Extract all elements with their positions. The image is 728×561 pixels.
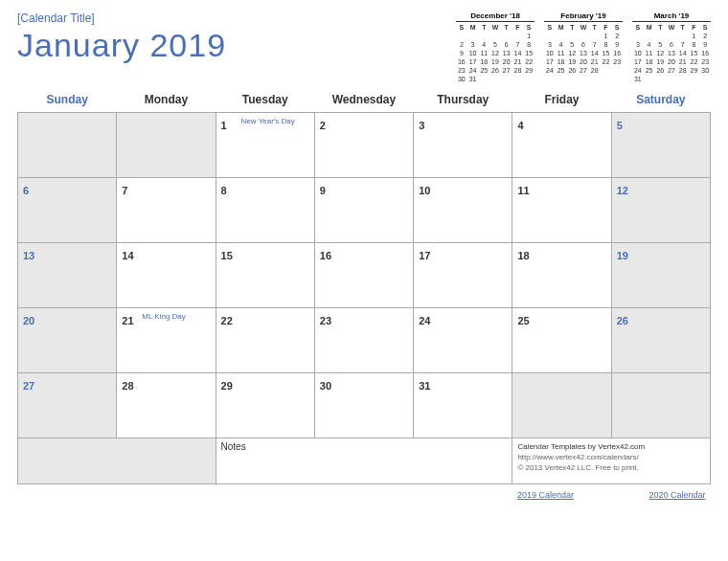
calendar-day: 13 bbox=[18, 243, 117, 308]
day-number: 6 bbox=[23, 185, 29, 196]
calendar-day: 2 bbox=[314, 113, 413, 178]
day-number: 19 bbox=[617, 250, 628, 261]
day-number: 4 bbox=[517, 120, 523, 131]
footer-brand: Calendar Templates by Vertex42.com bbox=[517, 441, 705, 452]
calendar-day: 4 bbox=[512, 113, 611, 178]
prev-year-link[interactable]: 2019 Calendar bbox=[517, 490, 574, 500]
day-number: 25 bbox=[517, 315, 529, 326]
footer-copyright: © 2013 Vertex42 LLC. Free to print. bbox=[517, 462, 705, 473]
calendar-day: 17 bbox=[414, 243, 512, 308]
day-number: 21 bbox=[122, 315, 133, 326]
mini-calendar-grid: SMTWTFS123456789101112131415161718192021… bbox=[456, 22, 535, 83]
notes-footer-row: NotesCalendar Templates by Vertex42.comh… bbox=[18, 438, 711, 484]
day-number: 10 bbox=[419, 185, 430, 196]
mini-calendar-grid: SMTWTFS123456789101112131415161718192021… bbox=[544, 22, 623, 75]
day-header: Tuesday bbox=[216, 87, 314, 113]
next-year-link[interactable]: 2020 Calendar bbox=[648, 490, 705, 500]
calendar-day: 8 bbox=[216, 178, 314, 243]
calendar-day: 30 bbox=[314, 373, 413, 438]
day-number: 7 bbox=[122, 185, 127, 196]
mini-calendar: December '18SMTWTFS123456789101112131415… bbox=[456, 11, 535, 83]
calendar-day bbox=[512, 373, 611, 438]
calendar-body: 1New Year's Day2345678910111213141516171… bbox=[18, 113, 711, 550]
day-number: 2 bbox=[320, 120, 326, 131]
calendar-day: 5 bbox=[611, 113, 710, 178]
day-number: 29 bbox=[221, 380, 233, 392]
day-number: 14 bbox=[122, 250, 133, 261]
day-header-row: SundayMondayTuesdayWednesdayThursdayFrid… bbox=[18, 87, 711, 113]
calendar-week: 6789101112 bbox=[18, 178, 711, 243]
day-number: 18 bbox=[517, 250, 529, 261]
calendar-week: 1New Year's Day2345 bbox=[18, 113, 711, 178]
day-event: New Year's Day bbox=[241, 117, 295, 125]
day-header: Saturday bbox=[611, 87, 710, 113]
day-number: 9 bbox=[320, 185, 326, 196]
day-header: Sunday bbox=[18, 87, 117, 113]
day-number: 15 bbox=[221, 250, 233, 261]
blank-cell bbox=[18, 438, 216, 484]
calendar-day: 15 bbox=[216, 243, 314, 308]
day-number: 31 bbox=[419, 380, 430, 392]
day-number: 17 bbox=[419, 250, 430, 261]
mini-calendar-title: March '19 bbox=[632, 11, 711, 22]
day-header: Thursday bbox=[414, 87, 512, 113]
calendar-day: 23 bbox=[314, 308, 413, 373]
calendar-day: 3 bbox=[414, 113, 512, 178]
day-number: 26 bbox=[617, 315, 628, 326]
calendar-day bbox=[18, 113, 117, 178]
mini-calendar-grid: SMTWTFS123456789101112131415161718192021… bbox=[632, 22, 711, 83]
notes-cell: Notes bbox=[216, 438, 512, 484]
mini-calendar: February '19SMTWTFS123456789101112131415… bbox=[544, 11, 623, 83]
calendar-day: 27 bbox=[18, 373, 117, 438]
calendar-week: 13141516171819 bbox=[18, 243, 711, 308]
day-number: 12 bbox=[617, 185, 628, 196]
calendar-main-title: January 2019 bbox=[17, 27, 456, 64]
calendar-day: 24 bbox=[414, 308, 512, 373]
day-header: Friday bbox=[512, 87, 611, 113]
calendar-day: 18 bbox=[512, 243, 611, 308]
calendar-day: 22 bbox=[216, 308, 314, 373]
day-header: Wednesday bbox=[314, 87, 413, 113]
day-number: 8 bbox=[221, 185, 227, 196]
calendar-day: 26 bbox=[611, 308, 710, 373]
calendar-day: 20 bbox=[18, 308, 117, 373]
calendar-day: 28 bbox=[117, 373, 216, 438]
mini-calendars: December '18SMTWTFS123456789101112131415… bbox=[456, 11, 711, 83]
calendar-subtitle-placeholder: [Calendar Title] bbox=[17, 11, 456, 25]
calendar-day: 7 bbox=[117, 178, 216, 243]
calendar-day: 6 bbox=[18, 178, 117, 243]
day-number: 28 bbox=[122, 380, 133, 392]
calendar-day bbox=[611, 373, 710, 438]
calendar-day: 12 bbox=[611, 178, 710, 243]
calendar-week: 2728293031 bbox=[18, 373, 711, 438]
calendar-day: 21ML King Day bbox=[117, 308, 216, 373]
day-number: 20 bbox=[23, 315, 34, 326]
calendar-day: 25 bbox=[512, 308, 611, 373]
calendar-day: 19 bbox=[611, 243, 710, 308]
day-number: 5 bbox=[617, 120, 623, 131]
day-number: 22 bbox=[221, 315, 233, 326]
calendar-day: 9 bbox=[314, 178, 413, 243]
day-number: 24 bbox=[419, 315, 430, 326]
calendar-day: 1New Year's Day bbox=[216, 113, 314, 178]
calendar-day: 29 bbox=[216, 373, 314, 438]
day-number: 11 bbox=[517, 185, 529, 196]
links-row: 2019 Calendar2020 Calendar bbox=[18, 484, 711, 550]
footer-url: http://www.vertex42.com/calendars/ bbox=[517, 452, 705, 462]
calendar-day: 11 bbox=[512, 178, 611, 243]
calendar-day: 31 bbox=[414, 373, 512, 438]
footer-cell: Calendar Templates by Vertex42.comhttp:/… bbox=[512, 438, 711, 484]
day-number: 30 bbox=[320, 380, 331, 392]
calendar-day bbox=[117, 113, 216, 178]
calendar-day: 16 bbox=[314, 243, 413, 308]
day-number: 1 bbox=[221, 120, 227, 131]
day-number: 16 bbox=[320, 250, 331, 261]
day-event: ML King Day bbox=[142, 312, 186, 321]
calendar-week: 2021ML King Day2223242526 bbox=[18, 308, 711, 373]
day-number: 27 bbox=[23, 380, 34, 392]
day-number: 23 bbox=[320, 315, 331, 326]
mini-calendar-title: December '18 bbox=[456, 11, 535, 22]
calendar-day: 14 bbox=[117, 243, 216, 308]
calendar-day: 10 bbox=[414, 178, 512, 243]
main-calendar: SundayMondayTuesdayWednesdayThursdayFrid… bbox=[17, 87, 711, 550]
